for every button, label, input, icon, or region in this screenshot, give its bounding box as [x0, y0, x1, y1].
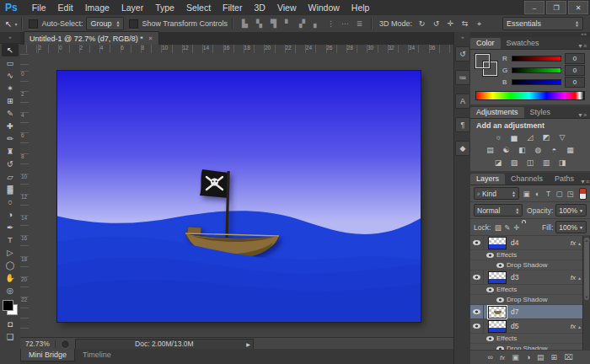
layer-row-d7[interactable]: d7 — [470, 305, 583, 319]
color-balance-icon[interactable]: ☯ — [500, 144, 513, 155]
history-brush-tool[interactable]: ↺ — [2, 158, 19, 170]
path-selection-tool[interactable]: ▷ — [2, 246, 19, 259]
distribute-h-icon[interactable]: ⋯ — [339, 19, 351, 28]
align-top-icon[interactable]: ▘ — [282, 19, 294, 28]
distribute-v-icon[interactable]: ⋮ — [324, 19, 337, 28]
visibility-toggle[interactable] — [470, 270, 484, 284]
gradient-tool[interactable]: ▓ — [2, 183, 19, 195]
tab-swatches[interactable]: Swatches — [501, 38, 545, 49]
channel-value[interactable]: 0 — [565, 77, 585, 88]
visibility-toggle[interactable] — [484, 334, 496, 343]
panel-menu-icon[interactable]: ▼≡ — [577, 43, 590, 49]
fx-collapse-icon[interactable]: ▴ — [578, 275, 581, 281]
tab-styles[interactable]: Styles — [524, 107, 557, 118]
align-bottom-icon[interactable]: ▖ — [310, 19, 323, 28]
menu-layer[interactable]: Layer — [115, 3, 149, 13]
layer-thumbnail[interactable] — [488, 271, 507, 284]
quick-mask-button[interactable]: ◘ — [2, 318, 19, 330]
channel-slider[interactable] — [512, 79, 561, 85]
visibility-toggle[interactable] — [494, 295, 507, 304]
layer-thumbnail[interactable] — [488, 237, 507, 249]
new-adjustment-layer-icon[interactable]: ◑ — [526, 353, 530, 361]
effects-row[interactable]: Effects — [470, 250, 583, 260]
fx-collapse-icon[interactable]: ▴ — [578, 324, 581, 329]
panel-menu-icon[interactable]: ▼≡ — [580, 179, 590, 185]
visibility-toggle[interactable] — [470, 319, 484, 333]
channel-slider[interactable] — [512, 56, 561, 62]
character-panel-button[interactable]: A — [455, 94, 470, 109]
align-left-icon[interactable]: ▙ — [239, 19, 251, 28]
zoom-level-field[interactable]: 72.73% — [20, 340, 56, 348]
layer-row-d5[interactable]: d5fx▴ — [470, 319, 583, 334]
curves-icon[interactable]: ◿ — [523, 131, 537, 142]
levels-icon[interactable]: ▅ — [507, 131, 521, 142]
blend-mode-dropdown[interactable]: Normal ▲▼ — [474, 204, 523, 217]
filter-toggle[interactable] — [579, 188, 587, 200]
properties-panel-button[interactable]: ≔ — [455, 70, 470, 85]
visibility-toggle[interactable] — [470, 236, 484, 249]
posterize-icon[interactable]: ▨ — [507, 157, 521, 168]
channel-value[interactable]: 0 — [565, 65, 585, 76]
quick-selection-tool[interactable]: ✶ — [2, 82, 19, 94]
blur-tool[interactable]: ○ — [2, 195, 19, 208]
auto-select-checkbox[interactable] — [29, 19, 38, 29]
lock-position-icon[interactable]: ✛ — [512, 223, 521, 232]
document-size-field[interactable]: Doc: 2.00M/13.0M ▶ — [75, 339, 254, 350]
foreground-color-swatch[interactable] — [3, 300, 13, 311]
visibility-toggle[interactable] — [494, 344, 507, 350]
add-mask-icon[interactable]: ▣ — [512, 353, 519, 361]
healing-brush-tool[interactable]: ✚ — [2, 120, 19, 132]
opacity-dropdown[interactable]: 100% ▼ — [555, 204, 587, 217]
crop-tool[interactable]: ⊞ — [2, 94, 19, 107]
tab-close-icon[interactable]: ✕ — [148, 35, 153, 42]
link-layers-icon[interactable]: ∞ — [487, 353, 492, 361]
current-tool-button[interactable]: ↖ ▾ — [5, 19, 17, 29]
filter-pixel-layers-icon[interactable]: ▣ — [521, 190, 532, 198]
lock-all-icon[interactable] — [521, 223, 530, 232]
menu-image[interactable]: Image — [79, 3, 115, 13]
paragraph-panel-button[interactable]: ¶ — [455, 117, 470, 132]
color-lookup-icon[interactable]: ▦ — [564, 144, 577, 155]
eraser-tool[interactable]: ▱ — [2, 170, 19, 183]
filter-adjustment-layers-icon[interactable]: ◐ — [532, 190, 543, 198]
align-center-h-icon[interactable]: ▚ — [253, 19, 266, 28]
filter-smart-objects-icon[interactable]: ◳ — [565, 190, 576, 198]
drop-shadow-row[interactable]: Drop Shadow — [470, 260, 583, 270]
menu-filter[interactable]: Filter — [217, 3, 248, 13]
menu-window[interactable]: Window — [302, 3, 345, 13]
menu-edit[interactable]: Edit — [52, 3, 79, 13]
fx-badge[interactable]: fx▴ — [571, 274, 583, 281]
3d-roll-icon[interactable]: ↺ — [430, 19, 442, 29]
filter-type-layers-icon[interactable]: T — [543, 190, 554, 198]
screen-mode-button[interactable]: ❑ — [2, 330, 19, 343]
align-right-icon[interactable]: ▜ — [267, 19, 280, 28]
menu-type[interactable]: Type — [149, 3, 180, 13]
move-tool[interactable]: ↖ — [2, 44, 19, 56]
layer-thumbnail[interactable] — [488, 306, 507, 318]
channel-mixer-icon[interactable]: ◓ — [548, 144, 561, 155]
3d-zoom-icon[interactable]: ⌖ — [473, 19, 485, 29]
canvas-page[interactable] — [57, 71, 421, 322]
3d-pan-icon[interactable]: ✛ — [444, 19, 457, 29]
dodge-tool[interactable]: ◑ — [2, 208, 19, 221]
vibrance-icon[interactable]: ▽ — [555, 131, 569, 142]
3d-panel-button[interactable]: ◆ — [455, 141, 470, 156]
tab-paths[interactable]: Paths — [549, 174, 580, 185]
status-flyout-arrow-icon[interactable]: ▶ — [246, 341, 250, 347]
document-tab[interactable]: Untitled-1 @ 72.7% (d7, RGB/8) * ✕ — [24, 31, 159, 45]
menu-file[interactable]: File — [26, 3, 52, 13]
menu-view[interactable]: View — [271, 3, 303, 13]
brush-tool[interactable]: ✏ — [2, 132, 19, 145]
exposure-icon[interactable]: ◩ — [539, 131, 553, 142]
delete-layer-icon[interactable]: ⌧ — [564, 353, 572, 361]
menu-select[interactable]: Select — [180, 3, 217, 13]
selective-color-icon[interactable]: ◨ — [555, 157, 569, 168]
photo-filter-icon[interactable]: ◍ — [532, 144, 545, 155]
fill-dropdown[interactable]: 100% ▼ — [555, 221, 587, 233]
layer-row-d4[interactable]: d4fx▴ — [470, 236, 583, 250]
layers-scrollbar[interactable]: ▲▼ — [582, 236, 590, 350]
threshold-icon[interactable]: ◫ — [523, 157, 537, 168]
status-icon[interactable] — [61, 340, 70, 349]
scrollbar-thumb[interactable]: ▲▼ — [584, 238, 589, 300]
menu-help[interactable]: Help — [346, 3, 376, 13]
